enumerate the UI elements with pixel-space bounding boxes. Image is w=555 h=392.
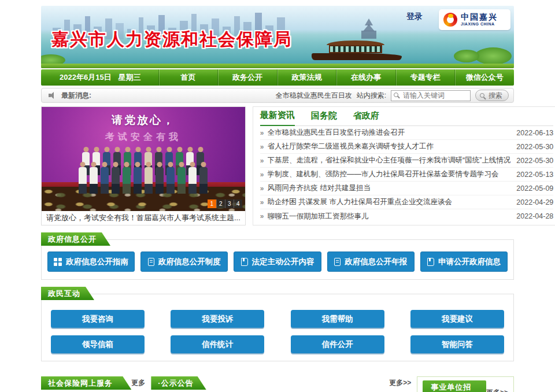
main-nav: 2022年6月15日 星期三 首页 政务公开 政策法规 在线办事 专题专栏 微信…	[41, 69, 514, 86]
news-row[interactable]: » 风雨同舟齐抗疫 结对共建显担当 2022-05-09	[260, 182, 553, 195]
book-icon	[427, 258, 434, 266]
ticker-label: 最新消息:	[61, 91, 91, 101]
news-row[interactable]: » 助企纾困 共谋发展 市人力社保局召开重点企业交流座谈会 2022-04-29	[260, 195, 553, 209]
speaker-icon	[49, 92, 57, 99]
tab-state-council[interactable]: 国务院	[311, 110, 337, 125]
main-content-row: 请党放心， 考试安全有我 1 2 3 4 请党放心，考试安全有我！首届嘉兴市人事…	[41, 106, 514, 225]
section-title-social-insurance: 社会保险网上服务大厅	[41, 376, 131, 390]
carousel-pager: 1 2 3 4	[208, 199, 242, 208]
btn-disclosure-guide[interactable]: 政府信息公开指南	[47, 252, 135, 272]
arrow-icon: »	[260, 198, 264, 206]
person-figure	[101, 167, 109, 194]
arrow-icon: »	[260, 129, 264, 137]
search-label: 站内搜索:	[357, 91, 386, 101]
carousel-slide[interactable]: 请党放心， 考试安全有我 1 2 3 4	[42, 107, 245, 211]
btn-leader-mailbox[interactable]: 领导信箱	[51, 335, 145, 353]
nav-item-home[interactable]: 首页	[158, 69, 218, 86]
btn-letter-disclosure[interactable]: 信件公开	[291, 335, 384, 353]
search-button[interactable]: 搜索	[475, 90, 509, 101]
nav-date: 2022年6月15日 星期三	[41, 69, 158, 86]
news-date: 2022-04-29	[516, 198, 553, 206]
person-figure	[177, 167, 186, 194]
news-title: 聊聊五一假期加班工资那些事儿	[268, 212, 511, 221]
section-title-announcements: ·公示公告	[151, 376, 206, 390]
arrow-icon: »	[260, 184, 264, 193]
btn-disclosure-system[interactable]: 政府信息公开制度	[140, 252, 228, 272]
section-title-recruitment: 事业单位招聘	[423, 380, 486, 392]
person-figure	[90, 167, 98, 194]
btn-annual-report[interactable]: 政府信息公开年报	[327, 252, 415, 272]
doc-check-icon	[148, 258, 154, 266]
section-title-interaction: 政民互动	[41, 287, 94, 300]
btn-apply-disclosure[interactable]: 申请公开政府信息	[420, 252, 508, 272]
arrow-icon: »	[260, 171, 264, 179]
more-link-recruitment[interactable]: 更多>>	[486, 388, 508, 392]
person-figure	[134, 167, 142, 194]
news-title: 学制度、建机制、强防控——市人力社保局召开社保基金要情专题学习会	[268, 169, 511, 179]
news-date: 2022-05-30	[516, 143, 553, 151]
tree-illustration	[475, 47, 512, 65]
btn-consult[interactable]: 我要咨询	[51, 310, 145, 328]
book-icon	[241, 258, 248, 266]
jiaxing-swirl-icon	[443, 13, 457, 27]
group-photo-front-row	[45, 167, 242, 194]
interaction-row-1: 我要咨询 我要投诉 我需帮助 我要建议	[42, 310, 513, 328]
pager-dot-3[interactable]: 3	[225, 199, 234, 208]
nav-item-policies[interactable]: 政策法规	[277, 69, 336, 86]
header-banner: 嘉兴市人力资源和社会保障局 登录 中国嘉兴 JIAXING CHINA	[41, 6, 514, 68]
nav-item-wechat[interactable]: 微信公众号	[454, 69, 514, 86]
news-row[interactable]: » 全市稳就业惠民生百日攻坚行动推进会召开 2022-06-13	[260, 126, 553, 140]
interaction-section: 政民互动 我要咨询 我要投诉 我需帮助 我要建议 领导信箱 信件统计 信件公开 …	[41, 294, 514, 361]
news-row[interactable]: » 下基层、走流程，省社保和就业中心主任项薇一行来我市调研“国统”上线情况 20…	[260, 154, 553, 168]
slide-text-line1: 请党放心，	[42, 113, 245, 128]
news-title: 下基层、走流程，省社保和就业中心主任项薇一行来我市调研“国统”上线情况	[268, 156, 511, 165]
social-insurance-column: 社会保险网上服务大厅 更多 个人(单位)社保证明打印 办事指南	[41, 376, 145, 392]
bottom-row: 社会保险网上服务大厅 更多 个人(单位)社保证明打印 办事指南 ·公示公告 更多…	[41, 376, 514, 392]
tree-illustration	[454, 50, 479, 62]
nav-item-special-topics[interactable]: 专题专栏	[395, 69, 455, 86]
tab-provincial-gov[interactable]: 省政府	[353, 110, 379, 125]
date-text: 2022年6月15日	[60, 72, 112, 83]
search-button-label: 搜索	[489, 91, 502, 99]
news-date: 2022-04-28	[516, 212, 553, 220]
news-date: 2022-05-13	[516, 171, 553, 179]
news-panel: 最新资讯 国务院 省政府 » 全市稳就业惠民生百日攻坚行动推进会召开 2022-…	[253, 106, 555, 225]
button-label: 法定主动公开内容	[252, 257, 314, 267]
tab-latest-news[interactable]: 最新资讯	[260, 110, 295, 126]
arrow-icon: »	[260, 143, 264, 151]
pager-dot-4[interactable]: 4	[234, 199, 242, 208]
nav-item-online-services[interactable]: 在线办事	[336, 69, 395, 86]
search-input[interactable]	[391, 90, 471, 101]
news-date: 2022-05-30	[516, 157, 553, 165]
person-figure	[123, 167, 131, 194]
city-logo[interactable]: 中国嘉兴 JIAXING CHINA	[439, 9, 510, 30]
pager-dot-1[interactable]: 1	[208, 199, 216, 208]
news-row[interactable]: » 省人社厅陈荣华二级巡视员来嘉兴调研专技人才工作 2022-05-30	[260, 140, 553, 154]
button-label: 政府信息公开指南	[66, 257, 128, 267]
btn-need-help[interactable]: 我需帮助	[291, 310, 384, 328]
site-search: 全市稳就业惠民生百日攻 站内搜索: 搜索	[276, 90, 509, 101]
news-title: 风雨同舟齐抗疫 结对共建显担当	[268, 183, 511, 193]
info-disclosure-buttons: 政府信息公开指南 政府信息公开制度 法定主动公开内容 政府信息公开年报 申请公开…	[42, 240, 513, 279]
btn-letter-stats[interactable]: 信件统计	[171, 335, 264, 353]
news-row[interactable]: » 聊聊五一假期加班工资那些事儿 2022-04-28	[260, 209, 553, 223]
login-link[interactable]: 登录	[406, 12, 423, 22]
interaction-row-2: 领导信箱 信件统计 信件公开 智能问答	[42, 335, 513, 353]
hot-search-word[interactable]: 全市稳就业惠民生百日攻	[276, 91, 352, 101]
btn-smart-qa[interactable]: 智能问答	[410, 335, 504, 353]
info-disclosure-section: 政府信息公开 政府信息公开指南 政府信息公开制度 法定主动公开内容 政府信息公开…	[41, 239, 514, 280]
nav-item-gov-open[interactable]: 政务公开	[217, 69, 277, 86]
pager-dot-2[interactable]: 2	[216, 199, 225, 208]
btn-statutory-disclosure[interactable]: 法定主动公开内容	[234, 252, 321, 272]
more-link-social-insurance[interactable]: 更多	[131, 378, 145, 388]
btn-suggest[interactable]: 我要建议	[410, 310, 504, 328]
page: 嘉兴市人力资源和社会保障局 登录 中国嘉兴 JIAXING CHINA 2022…	[41, 6, 514, 392]
more-link-announcements[interactable]: 更多>>	[389, 378, 411, 388]
news-row[interactable]: » 学制度、建机制、强防控——市人力社保局召开社保基金要情专题学习会 2022-…	[260, 168, 553, 182]
carousel-caption[interactable]: 请党放心，考试安全有我！首届嘉兴市人事考试系统主题...	[42, 211, 245, 225]
doc-check-icon	[334, 258, 341, 266]
person-figure	[156, 167, 164, 194]
btn-complain[interactable]: 我要投诉	[171, 310, 264, 328]
person-figure	[79, 167, 87, 194]
news-tabs: 最新资讯 国务院 省政府	[260, 107, 553, 126]
